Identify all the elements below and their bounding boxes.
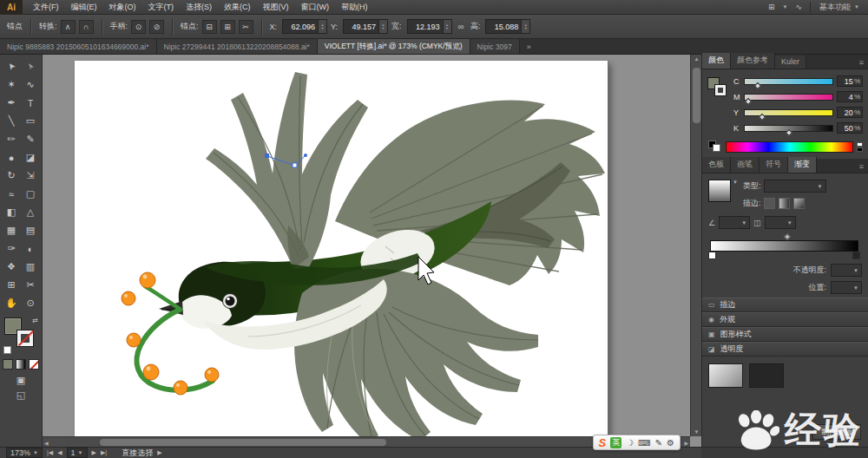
column-graph-tool[interactable]: ▥ bbox=[21, 258, 40, 276]
gradient-aspect-field[interactable]: ▼ bbox=[765, 216, 796, 229]
x-value[interactable]: 62.096 bbox=[283, 23, 318, 31]
gradient-stop-end[interactable] bbox=[852, 252, 860, 259]
menu-type[interactable]: 文字(T) bbox=[142, 0, 181, 15]
vertical-scroll-thumb[interactable] bbox=[693, 68, 700, 123]
workspace-switcher[interactable]: 基本功能 ▼ bbox=[810, 2, 859, 13]
scroll-right-icon[interactable]: ▶ bbox=[684, 440, 688, 446]
tab-brushes[interactable]: 画笔 bbox=[731, 157, 760, 173]
tab-kuler[interactable]: Kuler bbox=[775, 56, 806, 69]
gradient-location-field[interactable]: ▼ bbox=[831, 281, 862, 294]
slider-thumb[interactable] bbox=[745, 97, 752, 104]
app-logo[interactable]: Ai bbox=[0, 0, 23, 15]
yellow-slider[interactable] bbox=[744, 109, 833, 116]
y-field[interactable]: 49.157 ▲▼ bbox=[343, 19, 388, 34]
rectangle-tool[interactable]: ▭ bbox=[21, 112, 40, 130]
spectrum-black-swatch[interactable] bbox=[857, 147, 863, 152]
cyan-slider[interactable] bbox=[744, 78, 833, 85]
hide-handles-icon[interactable]: ⊘ bbox=[149, 20, 164, 34]
ime-handwriting-icon[interactable]: ✎ bbox=[655, 438, 662, 448]
lasso-tool[interactable]: ∿ bbox=[21, 75, 40, 94]
blob-brush-tool[interactable]: ● bbox=[2, 148, 21, 167]
black-slider[interactable] bbox=[744, 125, 833, 132]
scroll-down-icon[interactable]: ▼ bbox=[691, 429, 701, 435]
white-swatch[interactable] bbox=[713, 144, 720, 152]
tab-overflow-icon[interactable]: » bbox=[522, 39, 536, 54]
menu-view[interactable]: 视图(V) bbox=[257, 0, 295, 15]
convert-to-corner-icon[interactable]: ∧ bbox=[61, 20, 76, 34]
artboard-tool[interactable]: ⊞ bbox=[2, 276, 21, 294]
graphic-styles-panel-header[interactable]: ▣ 图形样式 bbox=[702, 327, 868, 342]
height-spinner[interactable]: ▲▼ bbox=[521, 20, 529, 33]
stroke-color-indicator[interactable] bbox=[714, 84, 727, 96]
cyan-value-field[interactable]: 15% bbox=[837, 75, 863, 87]
paintbrush-tool[interactable]: ✏ bbox=[2, 130, 21, 148]
menu-select[interactable]: 选择(S) bbox=[180, 0, 218, 15]
width-value[interactable]: 12.193 bbox=[408, 23, 443, 31]
remove-anchor-icon[interactable]: ⊟ bbox=[202, 20, 217, 34]
magenta-value-field[interactable]: 4% bbox=[837, 91, 863, 102]
gradient-midpoint-marker[interactable] bbox=[783, 233, 790, 240]
y-value[interactable]: 49.157 bbox=[344, 23, 378, 31]
tab-swatches[interactable]: 色板 bbox=[702, 157, 731, 173]
scroll-left-icon[interactable]: ◀ bbox=[44, 440, 49, 446]
blend-tool[interactable]: ◐ bbox=[21, 239, 40, 258]
zoom-tool[interactable]: ⊙ bbox=[21, 294, 40, 312]
gradient-thumbnail-caret[interactable]: ▼ bbox=[733, 180, 738, 185]
perspective-grid-tool[interactable]: △ bbox=[21, 203, 40, 221]
tab-gradient[interactable]: 渐变 bbox=[788, 157, 817, 173]
menu-object[interactable]: 对象(O) bbox=[103, 0, 142, 15]
width-field[interactable]: 12.193 ▲▼ bbox=[407, 19, 452, 34]
transparency-mask-thumbnail[interactable] bbox=[749, 363, 784, 388]
cs-live-icon[interactable]: ∿ bbox=[796, 3, 803, 11]
transparency-preview-thumbnail[interactable] bbox=[708, 363, 743, 388]
cut-path-icon[interactable]: ✂ bbox=[239, 20, 253, 34]
convert-to-smooth-icon[interactable]: ∩ bbox=[79, 20, 94, 34]
canvas[interactable]: ▲ ▼ ◀ ▶ bbox=[43, 55, 701, 447]
width-spinner[interactable]: ▲▼ bbox=[443, 20, 451, 33]
slider-thumb[interactable] bbox=[759, 113, 766, 120]
screen-mode-button[interactable]: ◱ bbox=[16, 389, 25, 401]
swap-fill-stroke-icon[interactable]: ⇄ bbox=[32, 317, 38, 324]
gradient-type-select[interactable]: ▼ bbox=[764, 180, 826, 193]
last-artboard-button[interactable]: ▶| bbox=[101, 449, 107, 456]
ime-fullhalf-icon[interactable]: ☽ bbox=[626, 438, 634, 448]
status-expand-icon[interactable]: ▶ bbox=[157, 449, 161, 456]
stroke-color-swatch[interactable] bbox=[16, 330, 34, 347]
black-value-field[interactable]: 50% bbox=[837, 122, 863, 134]
artboard-number-field[interactable]: 1 ▼ bbox=[67, 448, 88, 458]
arrange-documents-caret[interactable]: ▼ bbox=[783, 4, 788, 10]
menu-edit[interactable]: 编辑(E) bbox=[65, 0, 103, 15]
hand-tool[interactable]: ✋ bbox=[2, 294, 21, 312]
artboard[interactable] bbox=[75, 61, 608, 442]
scroll-up-icon[interactable]: ▲ bbox=[691, 56, 701, 62]
line-segment-tool[interactable]: ╲ bbox=[2, 112, 21, 130]
pencil-tool[interactable]: ✎ bbox=[21, 130, 40, 148]
x-spinner[interactable]: ▲▼ bbox=[318, 20, 326, 33]
width-tool[interactable]: ≈ bbox=[2, 185, 21, 203]
symbol-sprayer-tool[interactable]: ❖ bbox=[2, 258, 21, 276]
appearance-panel-header[interactable]: ◉ 外观 bbox=[702, 312, 868, 327]
gradient-stroke-across-icon[interactable] bbox=[793, 198, 805, 209]
spectrum-white-swatch[interactable] bbox=[857, 142, 863, 147]
magic-wand-tool[interactable]: ✶ bbox=[2, 75, 21, 94]
panel-menu-icon[interactable]: ≡ bbox=[855, 58, 868, 69]
ime-logo[interactable]: S bbox=[599, 436, 607, 449]
next-artboard-button[interactable]: ▶ bbox=[92, 449, 96, 456]
menu-file[interactable]: 文件(F) bbox=[27, 0, 65, 15]
stroke-panel-header[interactable]: ▭ 描边 bbox=[702, 298, 868, 312]
tab-symbols[interactable]: 符号 bbox=[760, 157, 788, 173]
gradient-mode-button[interactable] bbox=[16, 359, 26, 370]
gradient-tool[interactable]: ▤ bbox=[21, 221, 40, 239]
height-value[interactable]: 15.088 bbox=[486, 23, 521, 31]
tab-color[interactable]: 颜色 bbox=[702, 53, 731, 69]
arrange-documents-icon[interactable]: ⊞ bbox=[768, 3, 775, 11]
type-tool[interactable]: T bbox=[21, 94, 40, 112]
slider-thumb[interactable] bbox=[754, 82, 761, 88]
free-transform-tool[interactable]: ▢ bbox=[21, 185, 40, 203]
make-mask-button[interactable]: 制作蒙版 bbox=[812, 424, 861, 440]
scale-tool[interactable]: ⇲ bbox=[21, 167, 40, 185]
gradient-stroke-along-icon[interactable] bbox=[779, 198, 790, 209]
drawing-mode-button[interactable]: ▣ bbox=[16, 375, 25, 386]
vertical-scrollbar[interactable]: ▲ ▼ bbox=[690, 55, 701, 436]
first-artboard-button[interactable]: |◀ bbox=[47, 449, 53, 456]
